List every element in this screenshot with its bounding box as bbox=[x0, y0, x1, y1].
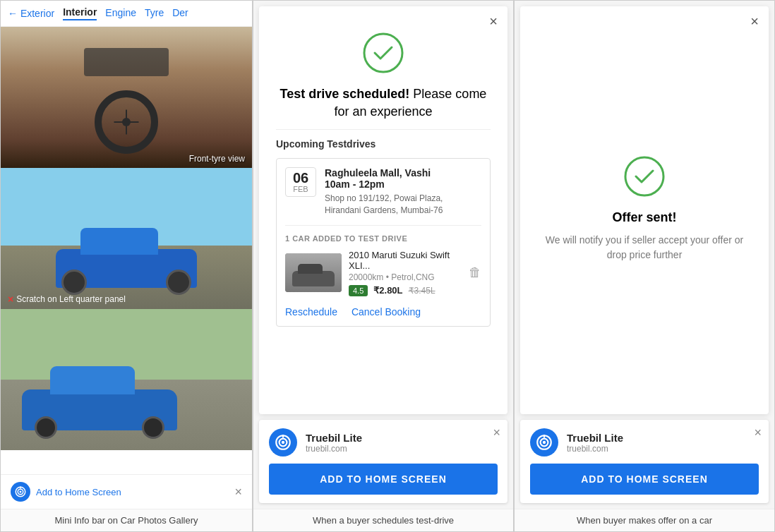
tab-interior[interactable]: Interior bbox=[63, 6, 97, 20]
pwa-bar-inner: Truebil Lite truebil.com bbox=[269, 428, 498, 457]
car-name: 2010 Maruti Suzuki Swift XLI... bbox=[349, 250, 462, 271]
modal-close-button[interactable]: × bbox=[489, 13, 498, 30]
delete-car-button[interactable]: 🗑 bbox=[469, 265, 481, 280]
check-circle-icon bbox=[362, 32, 404, 74]
venue-info: Raghuleela Mall, Vashi 10am - 12pm Shop … bbox=[325, 167, 481, 217]
tab-engine[interactable]: Engine bbox=[105, 7, 136, 20]
pwa-app-url: truebil.com bbox=[567, 444, 759, 454]
truebil-icon bbox=[11, 482, 30, 502]
svg-point-4 bbox=[364, 34, 402, 72]
success-icon bbox=[623, 155, 666, 198]
pwa-app-name: Truebil Lite bbox=[306, 432, 498, 444]
truebil-logo-icon bbox=[274, 433, 292, 452]
pwa-info: Truebil Lite truebil.com bbox=[567, 432, 759, 454]
venue-time: 10am - 12pm bbox=[325, 179, 481, 190]
svg-point-9 bbox=[625, 157, 663, 195]
nav-tabs: ← Exterior Interior Engine Tyre Der bbox=[1, 1, 252, 27]
truebil-logo-icon bbox=[535, 433, 553, 452]
date-month: FEB bbox=[289, 185, 313, 193]
car-specs: 20000km • Petrol,CNG bbox=[349, 272, 462, 282]
venue-address: Shop no 191/192, Powai Plaza, Hirandani … bbox=[325, 193, 481, 217]
add-to-home-button[interactable]: ADD TO HOME SCREEN bbox=[269, 464, 498, 495]
panel-caption: When a buyer schedules test-drive bbox=[253, 509, 513, 531]
cars-count-label: 1 CAR ADDED TO TEST DRIVE bbox=[285, 234, 481, 243]
car-images: Front-tyre view × Scratch on Left quarte… bbox=[1, 27, 252, 474]
check-circle-icon bbox=[623, 155, 666, 198]
panel-gallery: ← Exterior Interior Engine Tyre Der Fron… bbox=[0, 0, 253, 532]
price-old: ₹3.45L bbox=[409, 286, 435, 296]
pwa-close-button[interactable]: × bbox=[493, 425, 500, 440]
date-day: 06 bbox=[289, 171, 313, 185]
testdrive-modal: × Test drive scheduled! Please come for … bbox=[259, 6, 507, 414]
offer-title: Offer sent! bbox=[612, 209, 676, 226]
reschedule-link[interactable]: Reschedule bbox=[285, 306, 337, 318]
offer-modal: × Offer sent! We will notify you if sell… bbox=[520, 6, 769, 414]
pwa-bar-inner: Truebil Lite truebil.com bbox=[530, 428, 759, 457]
modal-body: Test drive scheduled! Please come for an… bbox=[259, 6, 507, 414]
exterior-image: × Scratch on Left quarter panel bbox=[1, 168, 252, 309]
side-image bbox=[1, 309, 252, 450]
success-icon bbox=[276, 32, 491, 74]
action-links: Reschedule Cancel Booking bbox=[285, 306, 481, 318]
panel-offer: × Offer sent! We will notify you if sell… bbox=[514, 0, 775, 532]
modal-close-button[interactable]: × bbox=[750, 13, 759, 30]
back-button[interactable]: ← Exterior bbox=[8, 8, 54, 19]
panel-testdrive: × Test drive scheduled! Please come for … bbox=[253, 0, 514, 532]
pwa-app-url: truebil.com bbox=[306, 444, 498, 454]
offer-modal-body: Offer sent! We will notify you if seller… bbox=[520, 6, 769, 414]
svg-point-7 bbox=[282, 441, 284, 444]
add-home-label: Add to Home Screen bbox=[36, 487, 121, 497]
panel-caption: When buyer makes offer on a car bbox=[515, 509, 774, 531]
tab-tyre[interactable]: Tyre bbox=[145, 7, 164, 20]
section-label: Upcoming Testdrives bbox=[276, 138, 491, 150]
add-to-home-button[interactable]: ADD TO HOME SCREEN bbox=[530, 464, 759, 495]
pwa-install-bar: × Truebil Lite truebil.com ADD TO HOME S… bbox=[520, 420, 769, 503]
svg-point-12 bbox=[543, 441, 546, 444]
car-row: 2010 Maruti Suzuki Swift XLI... 20000km … bbox=[285, 250, 481, 296]
add-home-button[interactable]: Add to Home Screen bbox=[11, 482, 121, 502]
truebil-logo bbox=[269, 428, 297, 457]
scratch-label: × Scratch on Left quarter panel bbox=[8, 294, 126, 305]
tab-der[interactable]: Der bbox=[172, 7, 188, 20]
rating-badge: 4.5 bbox=[349, 285, 368, 296]
panel-caption: Mini Info bar on Car Photos Gallery bbox=[1, 509, 252, 531]
pwa-close-button[interactable]: × bbox=[754, 425, 762, 440]
pwa-app-name: Truebil Lite bbox=[567, 432, 759, 444]
image-label: Front-tyre view bbox=[189, 154, 245, 164]
car-price-row: 4.5 ₹2.80L ₹3.45L bbox=[349, 285, 462, 296]
svg-point-2 bbox=[20, 491, 22, 493]
venue-name: Raghuleela Mall, Vashi bbox=[325, 167, 481, 179]
testdrive-card: 06 FEB Raghuleela Mall, Vashi 10am - 12p… bbox=[276, 158, 491, 327]
price-new: ₹2.80L bbox=[373, 285, 402, 296]
truebil-logo bbox=[530, 428, 558, 457]
cancel-booking-link[interactable]: Cancel Booking bbox=[352, 306, 421, 318]
modal-title: Test drive scheduled! Please come for an… bbox=[276, 85, 491, 121]
offer-subtitle: We will notify you if seller accept your… bbox=[537, 233, 752, 262]
date-box: 06 FEB bbox=[285, 167, 316, 197]
target-icon bbox=[14, 485, 27, 498]
car-info: 2010 Maruti Suzuki Swift XLI... 20000km … bbox=[349, 250, 462, 296]
bottom-bar: Add to Home Screen × bbox=[1, 474, 252, 509]
pwa-install-bar: × Truebil Lite truebil.com ADD TO HOME S… bbox=[259, 420, 507, 503]
pwa-info: Truebil Lite truebil.com bbox=[306, 432, 498, 454]
close-button[interactable]: × bbox=[234, 485, 242, 500]
car-thumbnail bbox=[285, 253, 342, 292]
interior-image: Front-tyre view bbox=[1, 27, 252, 168]
